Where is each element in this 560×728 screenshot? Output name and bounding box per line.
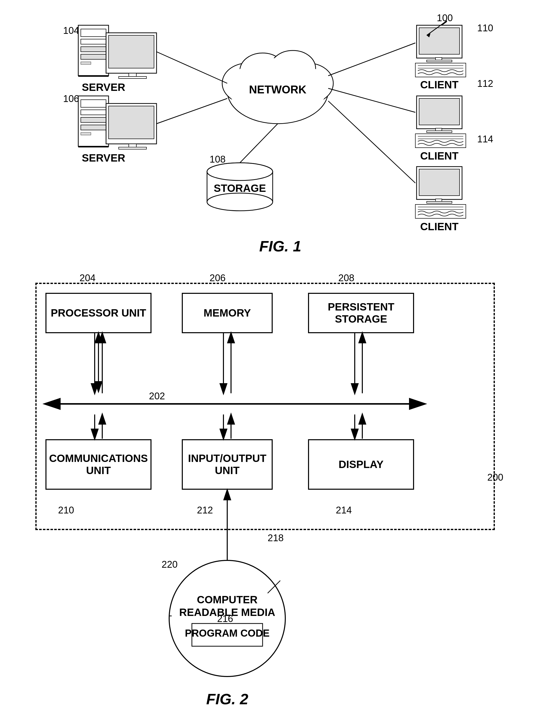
svg-line-63 [328,43,415,76]
ref-200: 200 [487,472,503,483]
svg-point-25 [227,58,328,124]
svg-rect-48 [427,131,452,133]
comms-unit-box: COMMUNICATIONS UNIT [45,439,151,490]
svg-rect-6 [81,62,91,64]
svg-text:SERVER: SERVER [82,81,125,93]
svg-line-94 [268,581,280,593]
ref-212: 212 [197,505,213,516]
ref-208: 208 [338,273,354,284]
svg-rect-19 [78,146,109,147]
svg-rect-22 [129,144,136,148]
svg-rect-11 [119,77,146,79]
svg-rect-8 [106,33,157,73]
svg-rect-39 [436,58,442,61]
svg-text:PROGRAM CODE: PROGRAM CODE [185,627,270,639]
svg-rect-17 [81,125,106,130]
svg-rect-5 [81,54,106,59]
ref-102: 102 [250,63,266,74]
svg-rect-56 [427,202,452,203]
ref-114: 114 [477,134,493,145]
ref-220: 220 [162,559,177,570]
svg-rect-10 [129,73,136,77]
svg-rect-14 [81,100,106,107]
svg-text:CLIENT: CLIENT [420,150,459,162]
svg-rect-53 [417,167,462,200]
svg-rect-16 [81,117,106,122]
svg-rect-33 [207,172,273,202]
svg-rect-18 [81,133,91,135]
svg-rect-38 [419,28,460,54]
svg-point-32 [207,163,273,181]
svg-text:FIG. 2: FIG. 2 [206,691,248,708]
svg-rect-2 [81,29,106,37]
svg-point-35 [207,163,273,181]
fig1-svg: SERVER SERVER NETWORK [20,10,540,258]
svg-rect-21 [109,106,154,139]
svg-line-62 [157,98,227,124]
ref-112: 112 [477,78,493,89]
svg-rect-41 [415,63,466,77]
svg-text:SERVER: SERVER [82,152,125,164]
svg-rect-15 [81,110,106,115]
fig1-diagram: 100 104 106 102 108 110 112 114 [20,10,540,258]
svg-rect-9 [109,35,154,68]
persistent-storage-box: PERSISTENT STORAGE [308,293,414,333]
svg-rect-37 [417,25,462,58]
svg-point-34 [207,193,273,211]
ref-216: 216 [217,613,233,624]
ref-108: 108 [210,154,225,165]
ref-110: 110 [477,23,493,34]
svg-rect-45 [417,96,462,129]
fig1-label: FIG. 1 [20,238,540,255]
svg-rect-1 [78,25,109,76]
ref-214: 214 [336,505,352,516]
svg-text:NETWORK: NETWORK [249,83,307,96]
ref-202: 202 [149,391,165,401]
svg-rect-57 [415,205,466,218]
svg-point-30 [228,58,327,119]
fig2-diagram: 204 206 208 200 202 210 212 214 PROCESSO… [20,268,540,717]
svg-rect-20 [106,104,157,144]
memory-box: MEMORY [182,293,273,333]
svg-point-27 [283,63,333,104]
svg-rect-89 [192,623,263,646]
svg-rect-46 [419,98,460,125]
svg-rect-47 [436,128,442,131]
svg-rect-54 [419,169,460,196]
svg-point-29 [270,51,316,86]
svg-text:COMPUTER: COMPUTER [197,594,258,606]
svg-rect-4 [81,47,106,52]
ref-106: 106 [63,93,79,104]
svg-rect-7 [78,75,109,77]
ref-218: 218 [268,533,284,543]
ref-100: 100 [437,13,453,23]
svg-line-64 [328,88,415,112]
svg-line-61 [157,52,227,83]
svg-rect-40 [427,60,452,62]
svg-marker-68 [427,33,430,37]
io-unit-box: INPUT/OUTPUT UNIT [182,439,273,490]
processor-unit-box: PROCESSOR UNIT [45,293,151,333]
display-box: DISPLAY [308,439,414,490]
svg-rect-49 [415,134,466,148]
svg-rect-55 [436,199,442,202]
svg-text:STORAGE: STORAGE [214,182,266,194]
svg-rect-23 [119,147,146,149]
svg-line-65 [328,101,415,183]
page: 100 104 106 102 108 110 112 114 [0,0,560,728]
ref-104: 104 [63,25,79,36]
ref-204: 204 [80,273,95,284]
svg-line-0 [424,21,447,38]
svg-text:CLIENT: CLIENT [420,221,459,233]
svg-text:CLIENT: CLIENT [420,79,459,91]
ref-206: 206 [210,273,225,284]
svg-line-66 [240,124,278,163]
svg-rect-3 [81,39,106,44]
svg-rect-13 [78,96,109,146]
ref-210: 210 [58,505,74,516]
